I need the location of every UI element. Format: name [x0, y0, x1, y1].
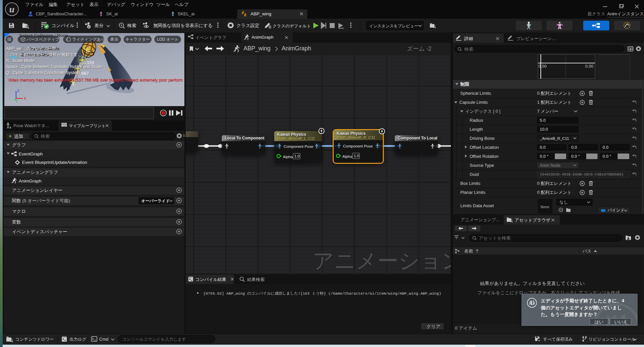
svg-text:アニメーション: アニメーション — [313, 249, 451, 272]
svg-text:u: u — [9, 4, 15, 14]
svg-text:Y: Y — [16, 99, 18, 103]
svg-text:X: X — [24, 96, 26, 100]
svg-text:0: 0 — [88, 48, 91, 53]
svg-text:Z: Z — [17, 89, 19, 93]
